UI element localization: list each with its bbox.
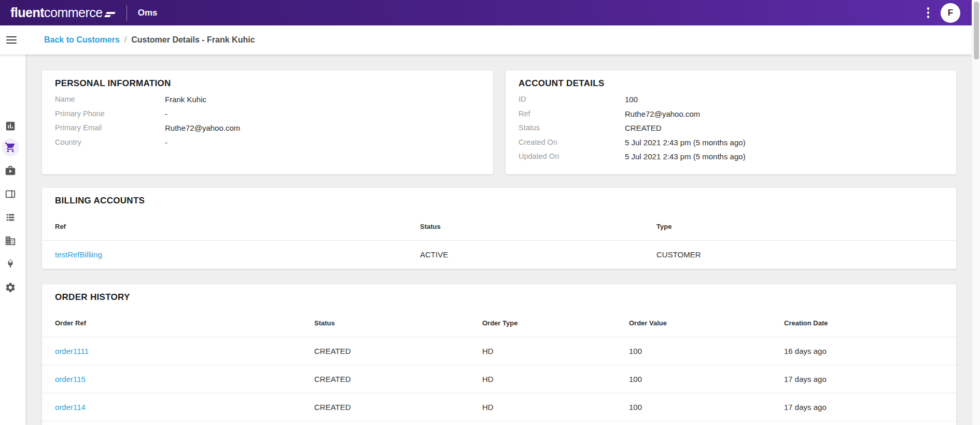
breadcrumb-separator: / [124, 35, 127, 45]
table-row: order1111 CREATED HD 100 16 days ago [42, 337, 956, 365]
order-ref-link[interactable]: order115 [55, 365, 86, 393]
sidebar-item-list[interactable] [5, 212, 16, 223]
sidebar-item-orders[interactable] [5, 142, 16, 153]
topbar-divider [127, 5, 127, 21]
creation-date-cell: 16 days ago [784, 337, 827, 365]
shopping-cart-icon [5, 142, 16, 153]
sidebar-nav [0, 54, 25, 425]
order-history-card: ORDER HISTORY Order Ref Status Order Typ… [42, 284, 956, 425]
column-header: Order Value [629, 319, 667, 327]
order-status-cell: CREATED [314, 365, 351, 393]
brand-text-light: commerce [44, 5, 103, 20]
sidebar-item-settings[interactable] [5, 282, 16, 293]
creation-date-cell: 17 days ago [784, 393, 827, 421]
field-row: Created On 5 Jul 2021 2:43 pm (5 months … [506, 135, 956, 150]
sidebar-item-building[interactable] [5, 235, 16, 246]
column-header: Creation Date [784, 319, 828, 327]
fluent-equals-icon [106, 12, 115, 17]
scrollbar-thumb[interactable] [974, 2, 979, 60]
card-title: PERSONAL INFORMATION [55, 78, 171, 89]
field-label: Ref [519, 107, 530, 121]
sidebar-item-card-panel[interactable] [5, 188, 16, 200]
account-details-card: ACCOUNT DETAILS ID 100 Ref Ruthe72@yahoo… [506, 71, 956, 174]
order-type-cell: HD [482, 337, 494, 365]
avatar[interactable]: F [941, 3, 960, 23]
plug-icon [5, 258, 16, 270]
field-label: Primary Email [55, 121, 102, 135]
list-icon [5, 212, 16, 223]
order-type-cell: HD [482, 365, 494, 393]
order-ref-link[interactable]: order114 [55, 393, 86, 421]
page-title: Customer Details - Frank Kuhic [131, 35, 255, 45]
card-title: ORDER HISTORY [55, 292, 130, 303]
field-value: 5 Jul 2021 2:43 pm (5 months ago) [625, 149, 746, 164]
field-label: ID [519, 92, 526, 107]
hamburger-menu-icon[interactable] [6, 36, 17, 44]
billing-ref-link[interactable]: testRefBilliing [55, 241, 102, 269]
order-ref-link[interactable]: order1111 [55, 337, 89, 365]
briefcase-play-icon [5, 165, 16, 176]
bar-chart-icon [5, 120, 16, 132]
field-value: CREATED [625, 121, 662, 135]
billing-type-cell: CUSTOMER [656, 241, 701, 269]
order-value-cell: 100 [629, 337, 642, 365]
avatar-initial: F [948, 8, 953, 18]
field-value: Ruthe72@yahoo.com [165, 121, 240, 135]
breadcrumb-bar: Back to Customers / Customer Details - F… [0, 25, 972, 54]
field-value: Frank Kuhic [165, 92, 206, 107]
column-header: Order Ref [55, 319, 86, 327]
field-label: Updated On [519, 149, 559, 164]
field-row: ID 100 [506, 92, 956, 107]
column-header: Ref [55, 223, 66, 230]
billing-accounts-card: BILLING ACCOUNTS Ref Status Type testRef… [42, 188, 956, 269]
card-title: BILLING ACCOUNTS [55, 196, 145, 206]
breadcrumb: Back to Customers / Customer Details - F… [44, 35, 255, 45]
field-value: - [165, 107, 167, 121]
vertical-scrollbar[interactable] [972, 0, 980, 425]
app-title: Oms [138, 8, 158, 18]
card-panel-icon [5, 188, 16, 200]
field-value: - [165, 135, 167, 150]
table-row: testRefBilliing ACTIVE CUSTOMER [42, 241, 956, 269]
field-row: Country - [42, 135, 493, 150]
billing-status-cell: ACTIVE [420, 241, 448, 269]
card-title: ACCOUNT DETAILS [519, 78, 605, 89]
field-row: Updated On 5 Jul 2021 2:43 pm (5 months … [506, 149, 956, 164]
table-row: order114 CREATED HD 100 17 days ago [42, 393, 956, 421]
field-row: Status CREATED [506, 121, 956, 135]
column-header: Order Type [482, 319, 517, 327]
table-row: order115 CREATED HD 100 17 days ago [42, 365, 956, 393]
sidebar-item-plug[interactable] [5, 258, 16, 270]
field-label: Country [55, 135, 81, 150]
brand-text-bold: fluent [10, 5, 44, 20]
order-status-cell: CREATED [314, 337, 351, 365]
column-header: Status [314, 319, 335, 327]
field-label: Status [519, 121, 540, 135]
order-status-cell: CREATED [314, 393, 351, 421]
field-label: Primary Phone [55, 107, 105, 121]
top-app-bar: fluentcommerce Oms F [0, 0, 972, 25]
sidebar-item-bar-chart[interactable] [5, 120, 16, 132]
field-label: Created On [519, 135, 557, 150]
field-label: Name [55, 92, 75, 107]
field-value: 5 Jul 2021 2:43 pm (5 months ago) [625, 135, 746, 150]
personal-information-card: PERSONAL INFORMATION Name Frank Kuhic Pr… [42, 71, 493, 174]
field-value: 100 [625, 92, 638, 107]
breadcrumb-back-link[interactable]: Back to Customers [44, 35, 120, 45]
brand-logo[interactable]: fluentcommerce [10, 5, 115, 20]
sidebar-item-briefcase[interactable] [5, 165, 16, 176]
field-row: Primary Email Ruthe72@yahoo.com [42, 121, 493, 135]
order-value-cell: 100 [629, 365, 642, 393]
field-row: Ref Ruthe72@yahoo.com [506, 107, 956, 121]
kebab-menu-icon[interactable] [922, 6, 934, 20]
field-row: Name Frank Kuhic [42, 92, 493, 107]
creation-date-cell: 17 days ago [784, 365, 827, 393]
order-type-cell: HD [482, 393, 494, 421]
building-icon [5, 235, 16, 246]
gear-icon [5, 282, 16, 293]
column-header: Type [656, 223, 671, 230]
order-value-cell: 100 [629, 393, 642, 421]
column-header: Status [420, 223, 441, 230]
field-value: Ruthe72@yahoo.com [625, 107, 700, 121]
field-row: Primary Phone - [42, 107, 493, 121]
